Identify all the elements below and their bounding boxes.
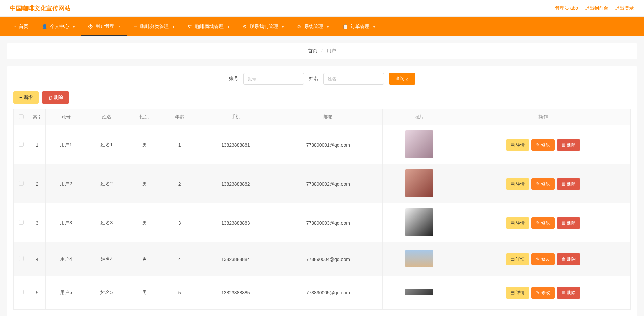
cell-age: 4 — [162, 242, 197, 276]
th-account: 账号 — [46, 109, 86, 125]
add-button[interactable]: + 新增 — [13, 91, 39, 104]
table-row: 4 用户4 姓名4 男 4 13823888884 773890004@qq.c… — [14, 242, 631, 276]
chevron-down-icon: ▾ — [73, 25, 75, 29]
detail-button[interactable]: ▤ 详情 — [506, 217, 529, 229]
th-age: 年龄 — [162, 109, 197, 125]
table-row: 2 用户2 姓名2 男 2 13823888882 773890002@qq.c… — [14, 164, 631, 203]
nav-item-6[interactable]: ⚙系统管理▾ — [290, 17, 335, 36]
cell-name: 姓名5 — [86, 276, 127, 310]
delete-button[interactable]: 🗑 删除 — [557, 217, 580, 229]
cell-email: 773890004@qq.com — [274, 242, 383, 276]
doc-icon: ▤ — [511, 256, 515, 262]
chevron-down-icon: ▾ — [173, 25, 174, 29]
delete-button[interactable]: 🗑 删除 — [557, 253, 580, 265]
site-title: 中国咖啡文化宣传网站 — [10, 4, 71, 12]
edit-icon: ✎ — [536, 181, 540, 186]
edit-button[interactable]: ✎ 修改 — [531, 253, 555, 265]
avatar — [405, 130, 433, 158]
avatar — [405, 169, 433, 197]
breadcrumb-current: 用户 — [327, 48, 336, 53]
nav-label: 用户管理 — [95, 23, 114, 29]
cell-index: 3 — [29, 203, 46, 242]
search-button[interactable]: 查询 ⌕ — [389, 73, 415, 85]
row-checkbox[interactable] — [19, 181, 24, 186]
cell-gender: 男 — [127, 164, 162, 203]
logout-link[interactable]: 退出登录 — [615, 5, 634, 11]
delete-button-top[interactable]: 🗑 删除 — [42, 91, 69, 104]
avatar — [405, 289, 433, 295]
table-row: 5 用户5 姓名5 男 5 13823888885 773890005@qq.c… — [14, 276, 631, 310]
table-row: 1 用户1 姓名1 男 1 13823888881 773890001@qq.c… — [14, 125, 631, 164]
chevron-down-icon: ▾ — [327, 25, 329, 29]
row-checkbox[interactable] — [19, 142, 24, 147]
nav-item-0[interactable]: ⌂首页 — [7, 17, 35, 36]
cell-name: 姓名3 — [86, 203, 127, 242]
nav-label: 咖啡商城管理 — [195, 24, 224, 30]
delete-button[interactable]: 🗑 删除 — [557, 139, 580, 151]
nav-label: 咖啡分类管理 — [140, 24, 169, 30]
edit-button[interactable]: ✎ 修改 — [531, 139, 555, 151]
nav-icon: ⏻ — [88, 24, 93, 29]
detail-button[interactable]: ▤ 详情 — [506, 178, 529, 190]
check-all[interactable] — [19, 114, 24, 119]
edit-button[interactable]: ✎ 修改 — [531, 178, 555, 190]
nav-item-5[interactable]: ⚙联系我们管理▾ — [236, 17, 290, 36]
th-photo: 照片 — [382, 109, 456, 125]
name-label: 姓名 — [309, 76, 318, 82]
back-to-front-link[interactable]: 退出到前台 — [585, 5, 608, 11]
cell-name: 姓名2 — [86, 164, 127, 203]
account-label: 账号 — [229, 76, 238, 82]
delete-button[interactable]: 🗑 删除 — [557, 178, 580, 190]
chevron-down-icon: ▾ — [228, 25, 229, 29]
name-input[interactable] — [323, 73, 384, 85]
detail-button[interactable]: ▤ 详情 — [506, 287, 529, 299]
trash-icon: 🗑 — [561, 256, 566, 262]
nav-item-7[interactable]: 📋订单管理▾ — [335, 17, 382, 36]
nav-item-4[interactable]: 🛡咖啡商城管理▾ — [181, 17, 236, 36]
th-phone: 手机 — [197, 109, 274, 125]
breadcrumb: 首页 / 用户 — [7, 43, 637, 59]
nav-item-2[interactable]: ⏻用户管理▾ — [81, 17, 127, 36]
cell-account: 用户5 — [46, 276, 86, 310]
doc-icon: ▤ — [511, 142, 515, 147]
detail-button[interactable]: ▤ 详情 — [506, 253, 529, 265]
edit-button[interactable]: ✎ 修改 — [531, 287, 555, 299]
doc-icon: ▤ — [511, 220, 515, 225]
cell-index: 4 — [29, 242, 46, 276]
cell-age: 1 — [162, 125, 197, 164]
nav-icon: ⚙ — [243, 24, 247, 29]
nav-label: 首页 — [19, 24, 28, 30]
admin-name-link[interactable]: 管理员 abo — [555, 5, 578, 11]
th-gender: 性别 — [127, 109, 162, 125]
cell-account: 用户4 — [46, 242, 86, 276]
chevron-down-icon: ▾ — [373, 25, 375, 29]
nav-icon: ⌂ — [13, 24, 16, 29]
edit-icon: ✎ — [536, 256, 540, 262]
account-input[interactable] — [243, 73, 304, 85]
cell-phone: 13823888884 — [197, 242, 274, 276]
th-name: 姓名 — [86, 109, 127, 125]
detail-button[interactable]: ▤ 详情 — [506, 139, 529, 151]
cell-index: 2 — [29, 164, 46, 203]
delete-button[interactable]: 🗑 删除 — [557, 287, 580, 299]
nav-item-3[interactable]: ☰咖啡分类管理▾ — [127, 17, 181, 36]
nav-icon: 🛡 — [188, 24, 193, 29]
row-checkbox[interactable] — [19, 290, 24, 294]
nav-label: 个人中心 — [50, 24, 69, 30]
cell-index: 5 — [29, 276, 46, 310]
breadcrumb-home[interactable]: 首页 — [308, 48, 317, 53]
row-checkbox[interactable] — [19, 256, 24, 261]
th-action: 操作 — [456, 109, 631, 125]
cell-phone: 13823888883 — [197, 203, 274, 242]
row-checkbox[interactable] — [19, 220, 24, 225]
cell-gender: 男 — [127, 125, 162, 164]
nav-item-1[interactable]: 👤个人中心▾ — [35, 17, 81, 36]
chevron-down-icon: ▾ — [118, 24, 120, 28]
cell-index: 1 — [29, 125, 46, 164]
edit-icon: ✎ — [536, 220, 540, 225]
edit-button[interactable]: ✎ 修改 — [531, 217, 555, 229]
cell-name: 姓名4 — [86, 242, 127, 276]
avatar — [405, 208, 433, 236]
cell-age: 3 — [162, 203, 197, 242]
th-index: 索引 — [29, 109, 46, 125]
